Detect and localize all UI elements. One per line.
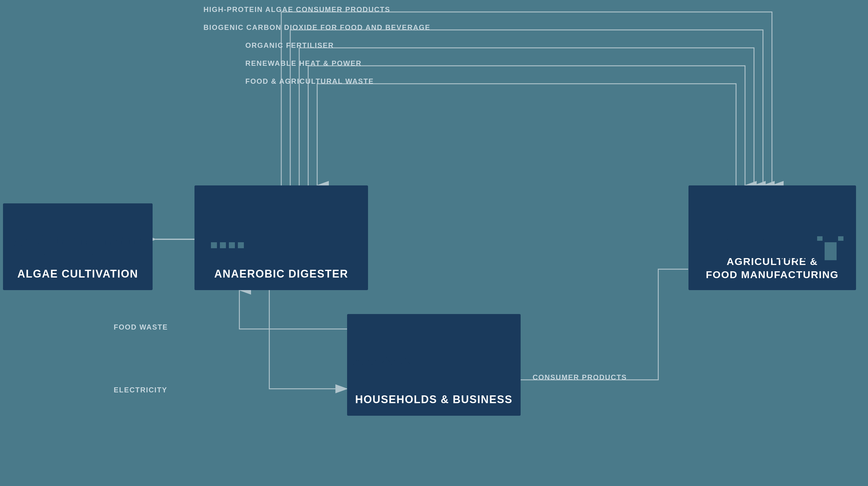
svg-rect-68 xyxy=(747,248,750,257)
svg-rect-83 xyxy=(825,242,837,260)
svg-marker-89 xyxy=(363,359,372,365)
svg-point-70 xyxy=(757,238,764,244)
svg-marker-91 xyxy=(372,359,381,365)
flow-label-consumer-products: CONSUMER PRODUCTS xyxy=(533,373,627,382)
svg-rect-85 xyxy=(838,236,843,241)
algae-cultivation-label: ALGAE CULTIVATION xyxy=(11,267,144,281)
svg-rect-48 xyxy=(137,248,138,262)
svg-rect-110 xyxy=(464,350,468,354)
households-node: HOUSEHOLDS & BUSINESS xyxy=(347,314,521,416)
svg-rect-51 xyxy=(215,227,221,241)
svg-rect-53 xyxy=(211,242,217,248)
flow-label-food-waste: FOOD WASTE xyxy=(114,323,168,331)
svg-rect-103 xyxy=(434,341,437,346)
flow-label-heat-power: RENEWABLE HEAT & POWER xyxy=(245,59,362,68)
anaerobic-digester-node: ANAEROBIC DIGESTER xyxy=(194,186,368,290)
svg-rect-60 xyxy=(245,245,275,263)
svg-rect-67 xyxy=(739,248,742,257)
svg-rect-111 xyxy=(489,351,494,355)
svg-rect-99 xyxy=(413,341,415,349)
svg-rect-94 xyxy=(391,365,400,389)
svg-rect-20 xyxy=(53,248,55,262)
svg-rect-101 xyxy=(421,353,431,389)
agriculture-node: AGRICULTURE &FOOD MANUFACTURING xyxy=(688,186,856,290)
flow-label-fertiliser: ORGANIC FERTILISER xyxy=(245,41,334,50)
svg-point-80 xyxy=(799,221,808,239)
svg-rect-54 xyxy=(220,242,226,248)
households-silhouette xyxy=(353,341,515,389)
svg-rect-55 xyxy=(229,242,235,248)
svg-rect-56 xyxy=(238,242,244,248)
svg-rect-24 xyxy=(65,248,67,262)
algae-silhouette xyxy=(9,224,147,263)
algae-cultivation-node: ALGAE CULTIVATION xyxy=(3,203,153,290)
svg-rect-98 xyxy=(411,347,419,389)
anaerobic-digester-label: ANAEROBIC DIGESTER xyxy=(208,267,354,281)
svg-rect-32 xyxy=(89,248,91,262)
svg-rect-63 xyxy=(711,248,714,257)
svg-rect-84 xyxy=(817,236,823,241)
svg-rect-58 xyxy=(266,242,338,263)
anaerobic-silhouette xyxy=(200,215,362,263)
svg-rect-104 xyxy=(446,350,455,389)
svg-rect-36 xyxy=(101,248,103,262)
flow-label-food-ag-waste: FOOD & AGRICULTURAL WASTE xyxy=(245,77,374,86)
svg-rect-106 xyxy=(465,353,489,389)
svg-rect-90 xyxy=(372,365,381,389)
svg-rect-28 xyxy=(77,248,79,262)
svg-point-65 xyxy=(721,238,728,244)
flow-label-electricity: ELECTRICITY xyxy=(114,386,167,394)
svg-marker-93 xyxy=(382,357,391,363)
svg-marker-87 xyxy=(353,359,362,365)
svg-rect-102 xyxy=(432,344,444,389)
agriculture-silhouette xyxy=(694,215,850,263)
svg-rect-52 xyxy=(224,221,230,241)
svg-rect-112 xyxy=(491,359,501,389)
svg-rect-105 xyxy=(456,356,464,389)
svg-rect-100 xyxy=(416,343,419,349)
svg-rect-8 xyxy=(17,248,19,262)
svg-rect-86 xyxy=(353,365,362,389)
svg-rect-16 xyxy=(41,248,43,262)
svg-rect-92 xyxy=(382,363,391,389)
svg-rect-96 xyxy=(401,364,410,389)
svg-marker-50 xyxy=(207,224,254,239)
svg-marker-97 xyxy=(401,358,410,364)
svg-rect-40 xyxy=(113,248,115,262)
svg-marker-95 xyxy=(391,359,400,365)
svg-marker-82 xyxy=(811,218,850,233)
flow-label-algae-products: HIGH-PROTEIN ALGAE CONSUMER PRODUCTS xyxy=(204,5,390,14)
svg-rect-44 xyxy=(125,248,127,262)
diagram-container: HIGH-PROTEIN ALGAE CONSUMER PRODUCTS BIO… xyxy=(0,0,868,486)
flow-label-co2: BIOGENIC CARBON DIOXIDE FOR FOOD AND BEV… xyxy=(204,23,430,32)
svg-rect-88 xyxy=(363,365,372,389)
households-label: HOUSEHOLDS & BUSINESS xyxy=(349,393,519,407)
svg-rect-12 xyxy=(29,248,31,262)
svg-rect-114 xyxy=(502,362,515,389)
svg-rect-62 xyxy=(704,248,706,257)
